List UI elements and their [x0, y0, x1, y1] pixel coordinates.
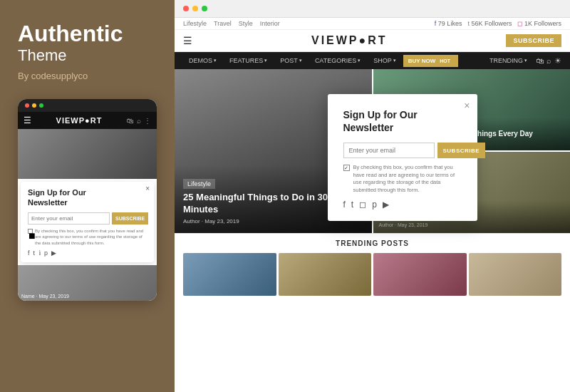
facebook-count: f 79 Likes: [435, 20, 462, 27]
subscribe-button[interactable]: SUBSCRIBE: [506, 34, 561, 47]
more-icon[interactable]: ☀: [554, 56, 561, 66]
mobile-checkbox-text: By checking this box, you confirm that y…: [35, 228, 147, 246]
nav-shop[interactable]: SHOP ▾: [368, 52, 402, 69]
nav-link-style[interactable]: Style: [239, 20, 253, 27]
popup-instagram-icon[interactable]: ◻: [359, 200, 366, 210]
nav-features[interactable]: FEATURES ▾: [224, 52, 273, 69]
categories-arrow: ▾: [358, 58, 361, 63]
top-nav-links: Lifestyle Travel Style Interior: [183, 20, 435, 27]
mobile-twitter-icon[interactable]: t: [33, 249, 36, 257]
desktop-window-bar: [175, 0, 570, 18]
facebook-icon: f: [435, 20, 437, 27]
trending-section: TRENDING POSTS: [175, 233, 570, 300]
mobile-instagram-icon[interactable]: 𝕚: [38, 249, 41, 257]
popup-email-input[interactable]: [343, 143, 435, 158]
mobile-mockup: ☰ VIEWP●RT 🛍 ⌕ ⋮ × Sign Up for Our Newsl…: [18, 99, 157, 301]
popup-social-row: f t ◻ p ▶: [343, 200, 462, 210]
title-authentic: Authentic: [18, 21, 157, 46]
popup-close-button[interactable]: ×: [464, 100, 470, 111]
trending-item-2[interactable]: [279, 253, 372, 296]
mobile-hero: [18, 129, 157, 179]
trending-item-3[interactable]: [373, 253, 467, 296]
shop-arrow: ▾: [393, 58, 396, 63]
right-panel: Lifestyle Travel Style Interior f 79 Lik…: [175, 0, 570, 392]
checkbox-check: ✓: [344, 165, 348, 171]
mobile-dot-red: [25, 103, 29, 108]
theme-author: By codesupplyco: [18, 71, 157, 81]
mobile-nav-bar: ☰ VIEWP●RT 🛍 ⌕ ⋮: [18, 112, 157, 129]
popup-email-row: SUBSCRIBE: [343, 143, 462, 158]
popup-twitter-icon[interactable]: t: [351, 200, 353, 210]
mobile-checkbox[interactable]: ■: [28, 229, 33, 234]
mobile-email-row: SUBSCRIBE: [28, 212, 147, 225]
mobile-hamburger-icon: ☰: [24, 115, 31, 125]
popup-youtube-icon[interactable]: ▶: [383, 200, 389, 210]
nav-link-travel[interactable]: Travel: [214, 20, 232, 27]
hamburger-icon[interactable]: ☰: [183, 35, 192, 46]
popup-facebook-icon[interactable]: f: [343, 200, 346, 210]
nav-post[interactable]: POST ▾: [274, 52, 308, 69]
popup-checkbox[interactable]: ✓: [343, 165, 350, 171]
trending-arrow: ▾: [524, 58, 527, 63]
trending-item-1[interactable]: [183, 253, 276, 296]
instagram-icon: ◻: [517, 20, 522, 27]
side-bottom-meta: Author · May 23, 2019: [379, 222, 565, 227]
trending-grid: [183, 253, 561, 296]
desktop-dot-red: [183, 6, 189, 11]
mobile-youtube-icon[interactable]: ▶: [51, 249, 56, 257]
mobile-popup-title: Sign Up for Our Newsletter: [28, 187, 123, 208]
popup-subscribe-button[interactable]: SUBSCRIBE: [437, 143, 486, 158]
left-panel: Authentic Theme By codesupplyco ☰ VIEWP●…: [0, 0, 175, 392]
mobile-newsletter-popup: × Sign Up for Our Newsletter SUBSCRIBE ■…: [21, 182, 154, 262]
hot-badge: HOT: [437, 58, 453, 64]
demos-arrow: ▾: [214, 58, 217, 63]
mobile-dot-green: [39, 103, 43, 108]
features-arrow: ▾: [264, 58, 267, 63]
nav-categories[interactable]: CATEGORIES ▾: [309, 52, 366, 69]
mobile-popup-close-button[interactable]: ×: [145, 185, 150, 192]
mobile-hero-image: [18, 129, 157, 179]
main-nav: DEMOS ▾ FEATURES ▾ POST ▾ CATEGORIES ▾ S…: [175, 52, 570, 69]
trending-title: TRENDING POSTS: [183, 239, 561, 247]
title-theme: Theme: [18, 46, 157, 65]
mobile-subscribe-button[interactable]: SUBSCRIBE: [112, 212, 148, 225]
nav-link-interior[interactable]: Interior: [260, 20, 280, 27]
cart-icon[interactable]: 🛍: [536, 56, 544, 65]
search-icon[interactable]: ⌕: [546, 56, 551, 65]
mobile-more-icon: ⋮: [144, 117, 151, 125]
nav-demos[interactable]: DEMOS ▾: [183, 52, 222, 69]
twitter-count: t 56K Followers: [467, 20, 512, 27]
social-counts: f 79 Likes t 56K Followers ◻ 1K Follower…: [435, 20, 561, 27]
nav-trending[interactable]: TRENDING ▾: [484, 52, 533, 69]
content-area: Lifestyle 25 Meaningful Things to Do in …: [175, 69, 570, 392]
mobile-bottom-image: Name · May 23, 2019: [18, 265, 157, 301]
desktop-dot-yellow: [192, 6, 198, 11]
nav-buy-now[interactable]: BUY NOW HOT: [403, 55, 458, 67]
mobile-facebook-icon[interactable]: f: [28, 249, 30, 257]
mobile-logo: VIEWP●RT: [37, 116, 121, 125]
mobile-nav-icons: 🛍 ⌕ ⋮: [127, 117, 151, 125]
mobile-social-row: f t 𝕚 p ▶: [28, 249, 147, 257]
nav-link-lifestyle[interactable]: Lifestyle: [183, 20, 207, 27]
theme-title: Authentic Theme: [18, 21, 157, 69]
mobile-dot-yellow: [32, 103, 36, 108]
site-logo: VIEWP●RT: [192, 34, 506, 47]
popup-checkbox-row: ✓ By checking this box, you confirm that…: [343, 164, 462, 194]
mobile-window-bar: [18, 99, 157, 112]
mobile-bag-icon: 🛍: [127, 117, 134, 125]
logo-bar: ☰ VIEWP●RT SUBSCRIBE: [175, 30, 570, 52]
desktop-dot-green: [202, 6, 207, 11]
popup-checkbox-text: By checking this box, you confirm that y…: [353, 164, 462, 194]
hero-category: Lifestyle: [183, 179, 215, 189]
mobile-email-input[interactable]: [28, 212, 110, 225]
desktop-mockup: Lifestyle Travel Style Interior f 79 Lik…: [175, 0, 570, 392]
popup-title: Sign Up for Our Newsletter: [343, 108, 462, 134]
mobile-search-icon: ⌕: [137, 117, 141, 125]
mobile-bottom-caption: Name · May 23, 2019: [21, 294, 69, 299]
mobile-pinterest-icon[interactable]: p: [44, 249, 48, 257]
trending-item-4[interactable]: [469, 253, 562, 296]
nav-right: TRENDING ▾ 🛍 ⌕ ☀: [484, 52, 561, 69]
popup-pinterest-icon[interactable]: p: [372, 200, 377, 210]
mobile-checkbox-row: ■ By checking this box, you confirm that…: [28, 228, 147, 246]
instagram-count: ◻ 1K Followers: [517, 20, 561, 27]
